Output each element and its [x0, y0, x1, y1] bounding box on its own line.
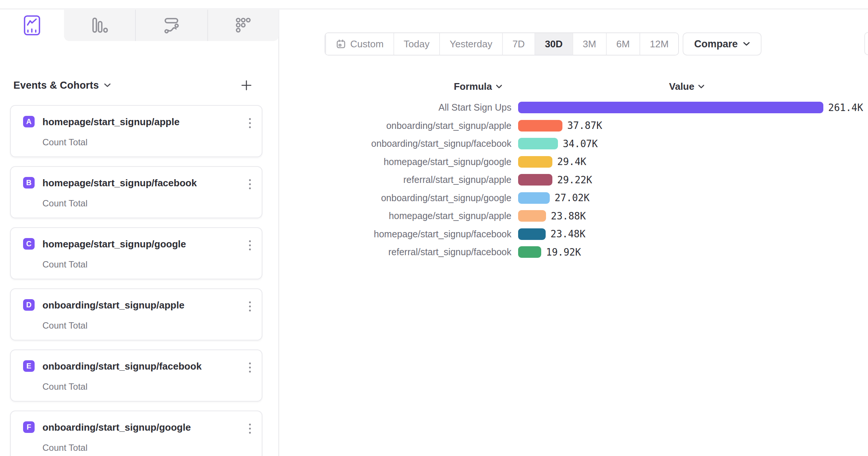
chart-row: onboarding/start_signup/apple 37.87K: [280, 120, 868, 132]
event-letter-badge: B: [23, 177, 35, 189]
event-metric: Count Total: [42, 137, 87, 148]
add-event-button[interactable]: [240, 79, 252, 91]
event-name: homepage/start_signup/apple: [42, 116, 179, 128]
funnels-icon: [91, 17, 108, 34]
tab-insights[interactable]: [0, 10, 64, 41]
chart-row: onboarding/start_signup/google 27.02K: [280, 192, 868, 204]
value-bar[interactable]: [518, 228, 546, 240]
chart-row: All Start Sign Ups 261.4K: [280, 102, 868, 113]
date-range-option[interactable]: Today: [393, 33, 439, 55]
event-card-list: A homepage/start_signup/apple Count Tota…: [10, 105, 262, 456]
chart-row-value: 29.22K: [557, 174, 592, 186]
chart-row-value: 23.88K: [551, 210, 586, 222]
compare-button[interactable]: Compare: [683, 32, 762, 56]
horizontal-bar-chart: All Start Sign Ups 261.4K onboarding/sta…: [280, 102, 868, 265]
event-card[interactable]: C homepage/start_signup/google Count Tot…: [10, 227, 262, 279]
chart-row-label: homepage/start_signup/google: [280, 156, 511, 168]
events-cohorts-dropdown[interactable]: Events & Cohorts: [13, 80, 111, 91]
kebab-menu-icon[interactable]: [248, 422, 252, 435]
insights-icon: [23, 15, 41, 36]
chart-row: referral/start_signup/facebook 19.92K: [280, 246, 868, 258]
event-metric: Count Total: [42, 381, 87, 392]
value-bar[interactable]: [518, 120, 562, 132]
chart-row: homepage/start_signup/apple 23.88K: [280, 210, 868, 222]
chart-row-label: homepage/start_signup/facebook: [280, 228, 511, 240]
event-metric: Count Total: [42, 259, 87, 270]
event-metric: Count Total: [42, 198, 87, 209]
chart-row: homepage/start_signup/facebook 23.48K: [280, 228, 868, 240]
date-range-option[interactable]: 30D: [534, 33, 572, 55]
value-bar[interactable]: [518, 246, 541, 258]
value-bar[interactable]: [518, 192, 550, 204]
tab-funnels[interactable]: [64, 10, 135, 41]
value-bar[interactable]: [518, 138, 558, 149]
event-letter-badge: C: [23, 238, 35, 250]
chart-row: onboarding/start_signup/facebook 34.07K: [280, 138, 868, 149]
chart-row-value: 19.92K: [546, 246, 581, 258]
event-name: homepage/start_signup/google: [42, 238, 186, 250]
tab-flows[interactable]: [135, 10, 207, 41]
event-card[interactable]: F onboarding/start_signup/google Count T…: [10, 411, 262, 456]
event-letter-badge: E: [23, 360, 35, 372]
chart-row-value: 37.87K: [567, 120, 602, 132]
flows-icon: [163, 17, 180, 34]
date-range-option[interactable]: Yesterday: [439, 33, 502, 55]
chart-row-label: referral/start_signup/facebook: [280, 246, 511, 258]
report-canvas: Custom Today Yesterday 7D 30D 3M: [280, 10, 868, 456]
tab-retention[interactable]: [207, 10, 279, 41]
value-column-header[interactable]: Value: [669, 81, 705, 92]
event-card[interactable]: E onboarding/start_signup/facebook Count…: [10, 349, 262, 402]
event-metric: Count Total: [42, 320, 87, 331]
event-name: onboarding/start_signup/google: [42, 422, 191, 433]
analytics-app: Events & Cohorts A homepage/start_signup…: [0, 0, 868, 456]
event-name: onboarding/start_signup/apple: [42, 300, 184, 311]
event-card[interactable]: D onboarding/start_signup/apple Count To…: [10, 288, 262, 341]
chart-row-label: onboarding/start_signup/apple: [280, 120, 511, 132]
formula-column-header[interactable]: Formula: [454, 81, 502, 92]
calendar-icon: [336, 39, 346, 49]
date-range-selector: Custom Today Yesterday 7D 30D 3M: [325, 32, 679, 56]
value-bar[interactable]: [518, 174, 552, 186]
chart-row-label: onboarding/start_signup/facebook: [280, 138, 511, 149]
event-metric: Count Total: [42, 443, 87, 453]
kebab-menu-icon[interactable]: [248, 178, 252, 191]
chevron-down-icon: [698, 85, 704, 89]
date-range-option[interactable]: 3M: [572, 33, 606, 55]
date-range-option[interactable]: 6M: [606, 33, 639, 55]
chart-row: homepage/start_signup/google 29.4K: [280, 156, 868, 168]
chart-row-label: homepage/start_signup/apple: [280, 210, 511, 222]
chart-row-value: 34.07K: [563, 138, 598, 150]
events-header: Events & Cohorts: [13, 76, 252, 95]
value-bar[interactable]: [518, 210, 546, 222]
date-range-option[interactable]: 12M: [639, 33, 679, 55]
kebab-menu-icon[interactable]: [248, 117, 252, 130]
events-cohorts-title: Events & Cohorts: [13, 80, 99, 91]
event-letter-badge: D: [23, 299, 35, 311]
chart-row-label: All Start Sign Ups: [280, 102, 511, 113]
kebab-menu-icon[interactable]: [248, 239, 252, 252]
chevron-down-icon: [496, 85, 502, 89]
value-bar[interactable]: [518, 102, 823, 113]
retention-icon: [235, 17, 252, 34]
chart-row-value: 261.4K: [828, 102, 863, 114]
cutoff-edge-button[interactable]: [864, 32, 868, 55]
event-card[interactable]: A homepage/start_signup/apple Count Tota…: [10, 105, 262, 157]
kebab-menu-icon[interactable]: [248, 300, 252, 313]
value-bar[interactable]: [518, 156, 552, 168]
plus-icon: [240, 79, 252, 91]
date-range-option[interactable]: Custom: [325, 33, 393, 55]
event-card[interactable]: B homepage/start_signup/facebook Count T…: [10, 166, 262, 218]
event-letter-badge: A: [23, 116, 35, 127]
event-name: onboarding/start_signup/facebook: [42, 361, 202, 372]
chart-row-value: 27.02K: [555, 192, 590, 204]
chart-row-label: referral/start_signup/apple: [280, 174, 511, 186]
chart-row-label: onboarding/start_signup/google: [280, 192, 511, 204]
chevron-down-icon: [104, 83, 111, 88]
date-range-option[interactable]: 7D: [502, 33, 534, 55]
query-sidebar: Events & Cohorts A homepage/start_signup…: [0, 10, 279, 456]
event-name: homepage/start_signup/facebook: [42, 177, 197, 189]
kebab-menu-icon[interactable]: [248, 361, 252, 374]
top-strip: [0, 0, 868, 9]
chart-row: referral/start_signup/apple 29.22K: [280, 174, 868, 186]
chart-row-value: 29.4K: [557, 156, 586, 168]
